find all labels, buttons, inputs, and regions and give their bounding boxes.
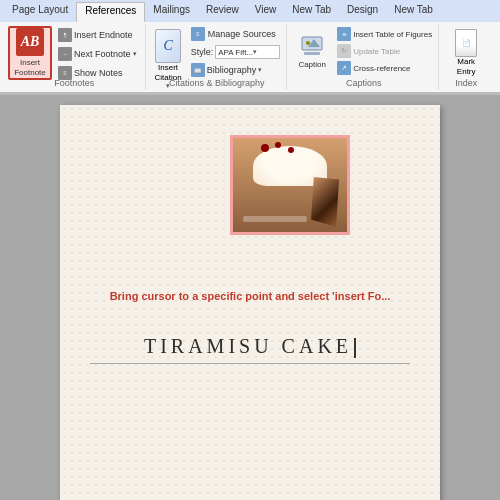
citations-group: C InsertCitation ▾ ≡ Manage Sources Styl… (148, 24, 288, 90)
ribbon-body: AB InsertFootnote ¶ Insert Endnote → Nex… (0, 22, 500, 94)
instruction-text: Bring cursor to a specific point and sel… (70, 290, 430, 302)
style-arrow: ▾ (253, 48, 257, 56)
bibliography-label: Bibliography (207, 65, 257, 75)
style-value: APA Fift... (218, 48, 253, 57)
tab-newtab1[interactable]: New Tab (284, 2, 339, 22)
caption-icon (300, 34, 324, 58)
ribbon: Page Layout References Mailings Review V… (0, 0, 500, 95)
manage-sources-button[interactable]: ≡ Manage Sources (189, 26, 283, 42)
svg-rect-1 (304, 52, 320, 55)
mark-entry-icon: 📄 (455, 29, 477, 57)
insert-caption-button[interactable]: Caption (293, 26, 331, 76)
tab-view[interactable]: View (247, 2, 285, 22)
insert-endnote-button[interactable]: ¶ Insert Endnote (54, 26, 141, 44)
cross-reference-button[interactable]: ↗ Cross-reference (335, 60, 434, 76)
insert-endnote-label: Insert Endnote (74, 30, 133, 40)
tab-mailings[interactable]: Mailings (145, 2, 198, 22)
document-title-text: TIRAMISU CAKE (144, 335, 352, 357)
tab-newtab2[interactable]: New Tab (386, 2, 441, 22)
cherry3 (288, 147, 294, 153)
next-footnote-arrow: ▾ (133, 50, 137, 58)
show-notes-label: Show Notes (74, 68, 123, 78)
insert-citation-icon: C (155, 29, 181, 63)
tab-references[interactable]: References (76, 2, 145, 22)
cake-slice (311, 177, 339, 227)
style-row: Style: APA Fift... ▾ (189, 44, 283, 60)
cross-reference-label: Cross-reference (353, 64, 410, 73)
cherry2 (275, 142, 281, 148)
tab-review[interactable]: Review (198, 2, 247, 22)
index-group: 📄 Mark Entry Index (441, 24, 491, 90)
insert-table-of-figs-label: Insert Table of Figures (353, 30, 432, 39)
instruction-text-content: Bring cursor to a specific point and sel… (110, 290, 391, 302)
index-content: 📄 Mark Entry (446, 26, 486, 79)
next-footnote-button[interactable]: → Next Footnote ▾ (54, 45, 141, 63)
footnote-icon: AB (16, 28, 44, 56)
index-group-label: Index (455, 78, 477, 88)
update-table-button[interactable]: ↻ Update Table (335, 43, 434, 59)
document-title[interactable]: TIRAMISU CAKE (90, 335, 410, 364)
captions-right-col: ≡ Insert Table of Figures ↻ Update Table… (335, 26, 434, 76)
bibliography-button[interactable]: 📖 Bibliography ▾ (189, 62, 283, 78)
table-of-figs-icon: ≡ (337, 27, 351, 41)
bibliography-icon: 📖 (191, 63, 205, 77)
insert-footnote-label: InsertFootnote (14, 58, 46, 77)
text-cursor (354, 338, 356, 358)
insert-caption-label: Caption (298, 60, 326, 69)
captions-group-label: Captions (346, 78, 382, 88)
mark-entry-label: Mark Entry (449, 57, 483, 76)
citations-group-label: Citations & Bibliography (169, 78, 265, 88)
update-table-label: Update Table (353, 47, 400, 56)
footnotes-group: AB InsertFootnote ¶ Insert Endnote → Nex… (4, 24, 146, 90)
manage-sources-label: Manage Sources (208, 29, 276, 39)
svg-point-2 (306, 41, 310, 45)
bibliography-arrow: ▾ (258, 66, 262, 74)
captions-group: Caption ≡ Insert Table of Figures ↻ Upda… (289, 24, 439, 90)
cross-reference-icon: ↗ (337, 61, 351, 75)
tab-page-layout[interactable]: Page Layout (4, 2, 76, 22)
document-area: Bring cursor to a specific point and sel… (0, 95, 500, 500)
captions-content: Caption ≡ Insert Table of Figures ↻ Upda… (293, 26, 434, 76)
cake-layer-line (243, 216, 307, 222)
insert-table-of-figs-button[interactable]: ≡ Insert Table of Figures (335, 26, 434, 42)
footnote-options: ¶ Insert Endnote → Next Footnote ▾ ≡ Sho… (54, 26, 141, 82)
mark-entry-button[interactable]: 📄 Mark Entry (446, 26, 486, 79)
tab-design[interactable]: Design (339, 2, 386, 22)
style-label: Style: (191, 47, 214, 57)
insert-footnote-button[interactable]: AB InsertFootnote (8, 26, 52, 80)
document-page[interactable]: Bring cursor to a specific point and sel… (60, 105, 440, 500)
cake-image (233, 138, 347, 232)
endnote-icon: ¶ (58, 28, 72, 42)
cherry1 (261, 144, 269, 152)
ribbon-tab-bar: Page Layout References Mailings Review V… (0, 0, 500, 22)
next-footnote-icon: → (58, 47, 72, 61)
cake-image-container[interactable] (230, 135, 350, 235)
update-table-icon: ↻ (337, 44, 351, 58)
manage-sources-icon: ≡ (191, 27, 205, 41)
footnotes-group-label: Footnotes (54, 78, 94, 88)
next-footnote-label: Next Footnote (74, 49, 131, 59)
style-dropdown[interactable]: APA Fift... ▾ (215, 45, 280, 59)
